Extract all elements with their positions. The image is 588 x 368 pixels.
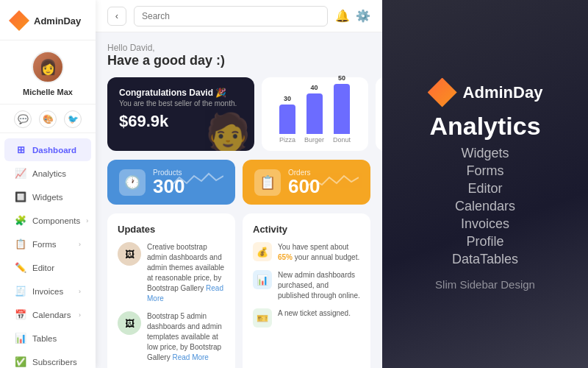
activity-panel: Activity 💰 You have spent about 65% your… (243, 213, 370, 368)
sidebar-item-subscribers[interactable]: ✅ Subscribers (4, 350, 91, 368)
bar-label: Burger (304, 136, 324, 144)
feature-profile: Profile (452, 234, 518, 250)
sidebar-item-label: Dashboard (32, 146, 76, 155)
sidebar-item-forms[interactable]: 📋 Forms › (4, 233, 91, 255)
settings-icon[interactable]: ⚙️ (356, 9, 370, 23)
chevron-right-icon: › (79, 241, 81, 248)
chart-bars: 30 Pizza 40 Burger 50 Donut (272, 85, 358, 144)
overlay-features: Widgets Forms Editor Calendars Invoices … (452, 144, 518, 269)
sidebar-item-label: Invoices (32, 287, 63, 296)
search-input[interactable] (134, 6, 328, 26)
sidebar-item-label: Forms (32, 240, 57, 249)
feature-editor: Editor (452, 181, 518, 197)
overlay-slim-text: Slim Sidebar Design (435, 278, 535, 291)
sidebar-item-label: Calendars (32, 311, 71, 319)
products-icon-box: 🕐 (119, 169, 146, 196)
congrats-title: Congratulations David 🎉 (119, 88, 243, 98)
clock-icon: 🕐 (124, 174, 140, 191)
chevron-right-icon: › (86, 217, 88, 224)
bar-label: Pizza (279, 136, 295, 144)
tables-icon: 📊 (15, 333, 26, 344)
calendars-icon: 📅 (15, 309, 26, 320)
bar (279, 105, 295, 134)
activity-item-2: 📊 New admin dashboards purchased, and pu… (253, 270, 360, 301)
bar (306, 93, 323, 134)
bar-value: 30 (284, 95, 291, 102)
read-more-link-1[interactable]: Read More (147, 284, 223, 302)
sidebar-item-invoices[interactable]: 🧾 Invoices › (4, 280, 91, 302)
bar-group-pizza: 30 Pizza (279, 95, 295, 144)
congrats-subtitle: You are the best seller of the month. (119, 99, 243, 107)
user-name: Michelle Max (23, 88, 73, 96)
greeting-sub: Hello David, (107, 43, 370, 53)
activity-text-3: A new ticket assigned. (278, 308, 351, 319)
products-stat-card: 🕐 Products 300 (107, 160, 235, 205)
dashboard-icon: ⊞ (15, 144, 26, 155)
bar-group-burger: 40 Burger (304, 84, 324, 144)
bar-chart-card: 30 Pizza 40 Burger 50 Donut (262, 77, 368, 151)
sidebar-item-label: Widgets (32, 193, 63, 202)
sidebar-item-components[interactable]: 🧩 Components › (4, 209, 91, 232)
updates-panel: Updates 🖼 Creative bootstrap admin dashb… (107, 213, 235, 368)
overlay-logo-icon (428, 78, 457, 107)
overlay-tagline: Analytics (429, 112, 540, 141)
logo-icon (9, 10, 29, 31)
main-content: ‹ 🔔 ⚙️ Hello David, Have a good day :) C… (96, 0, 382, 368)
sidebar-item-calendars[interactable]: 📅 Calendars › (4, 303, 91, 326)
widgets-icon: 🔲 (15, 191, 26, 202)
twitter-icon[interactable]: 🐦 (64, 110, 82, 128)
wave-decoration (307, 170, 359, 195)
orders-stat-card: 📋 Orders 600 (243, 160, 370, 205)
subscribers-icon: ✅ (15, 356, 26, 367)
forms-icon: 📋 (15, 238, 26, 250)
topbar: ‹ 🔔 ⚙️ (96, 0, 382, 32)
activity-icon-2: 📊 (253, 270, 272, 289)
update-text-1: Creative bootstrap admin dashboards and … (147, 242, 225, 304)
feature-invoices: Invoices (452, 216, 518, 232)
wave-decoration (172, 170, 223, 195)
right-overlay: AdminDay Analytics Widgets Forms Editor … (382, 0, 588, 368)
read-more-link-2[interactable]: Read More (172, 353, 208, 361)
greeting-main: Have a good day :) (107, 53, 370, 68)
sidebar-item-label: Components (32, 216, 80, 225)
activity-item-1: 💰 You have spent about 65% your annual b… (253, 242, 360, 263)
back-button[interactable]: ‹ (107, 7, 126, 26)
sidebar-item-widgets[interactable]: 🔲 Widgets (4, 185, 91, 208)
wide-stats-row: 🕐 Products 300 📋 Orders (107, 160, 370, 205)
bar-label: Donut (333, 136, 351, 144)
sidebar-logo: AdminDay (0, 0, 96, 40)
sidebar-item-label: Subscribers (32, 358, 77, 367)
sidebar-nav: ⊞ Dashboard 📈 Analytics 🔲 Widgets 🧩 Comp… (0, 133, 96, 368)
update-item-1: 🖼 Creative bootstrap admin dashboards an… (118, 242, 225, 304)
chevron-right-icon: › (79, 311, 81, 319)
sidebar-item-label: Analytics (32, 169, 66, 178)
components-icon: 🧩 (15, 215, 26, 226)
sidebar-item-tables[interactable]: 📊 Tables (4, 327, 91, 350)
orders-icon: 📋 (259, 174, 276, 191)
feature-calendars: Calendars (452, 199, 518, 214)
activity-title: Activity (253, 224, 360, 235)
topbar-icons: 🔔 ⚙️ (335, 9, 370, 23)
greeting: Hello David, Have a good day :) (107, 43, 370, 68)
updates-title: Updates (118, 224, 225, 235)
sidebar: AdminDay 👩 Michelle Max 💬 🎨 🐦 ⊞ Dashboar… (0, 0, 96, 368)
analytics-icon: 📈 (15, 168, 26, 179)
skype-icon[interactable]: 💬 (14, 110, 32, 128)
activity-icon-3: 🎫 (253, 308, 272, 328)
sidebar-item-analytics[interactable]: 📈 Analytics (4, 162, 91, 185)
bar-value: 50 (338, 74, 345, 82)
sidebar-item-editor[interactable]: ✏️ Editor (4, 256, 91, 279)
avatar: 👩 (32, 51, 64, 83)
overlay-logo-text: AdminDay (463, 83, 543, 102)
editor-icon: ✏️ (15, 262, 26, 273)
congrats-card: Congratulations David 🎉 You are the best… (107, 77, 254, 151)
page-content: Hello David, Have a good day :) Congratu… (96, 32, 382, 368)
invoices-icon: 🧾 (15, 286, 26, 297)
notification-icon[interactable]: 🔔 (335, 9, 350, 23)
sidebar-item-dashboard[interactable]: ⊞ Dashboard (4, 138, 91, 161)
dribbble-icon[interactable]: 🎨 (39, 110, 57, 128)
overlay-logo: AdminDay (428, 78, 543, 107)
chevron-right-icon: › (79, 288, 81, 295)
feature-datatables: DataTables (452, 252, 518, 267)
bar-group-donut: 50 Donut (333, 74, 351, 144)
